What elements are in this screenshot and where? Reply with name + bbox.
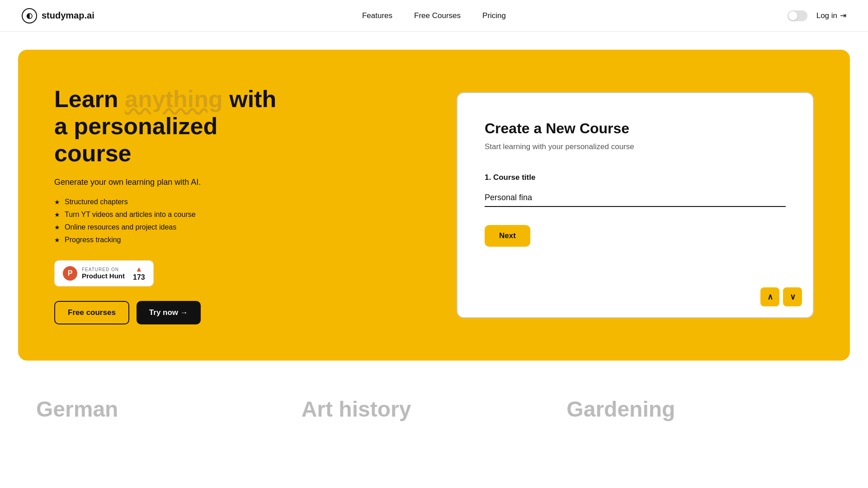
nav-pricing-link[interactable]: Pricing [482, 11, 506, 20]
bullet-4: ★Progress tracking [54, 236, 289, 244]
course-step-label: 1. Course title [485, 173, 786, 182]
bottom-item-german: German [36, 397, 302, 425]
try-now-button[interactable]: Try now → [137, 301, 201, 324]
star-icon-4: ★ [54, 236, 60, 244]
hero-subtitle: Generate your own learning plan with AI. [54, 178, 289, 187]
logo[interactable]: ◐ studymap.ai [22, 8, 94, 23]
star-icon-1: ★ [54, 198, 60, 206]
bullet-2: ★Turn YT videos and articles into a cour… [54, 211, 289, 219]
hero-section: Learn anything with a personalized cours… [18, 50, 850, 361]
hero-right: Create a New Course Start learning with … [289, 92, 814, 318]
hero-buttons: Free courses Try now → [54, 301, 289, 324]
product-hunt-text: FEATURED ON Product Hunt [82, 267, 125, 280]
course-card: Create a New Course Start learning with … [457, 92, 814, 318]
free-courses-button[interactable]: Free courses [54, 301, 129, 324]
card-subtitle: Start learning with your personalized co… [485, 142, 786, 151]
star-icon-3: ★ [54, 224, 60, 231]
navbar: ◐ studymap.ai Features Free Courses Pric… [0, 0, 868, 32]
nav-features-link[interactable]: Features [362, 11, 392, 20]
bottom-section: German Art history Gardening [0, 361, 868, 443]
product-hunt-logo: P [63, 266, 77, 281]
toggle-knob [788, 11, 797, 20]
nav-free-courses-link[interactable]: Free Courses [414, 11, 461, 20]
hero-title: Learn anything with a personalized cours… [54, 86, 289, 167]
product-hunt-badge[interactable]: P FEATURED ON Product Hunt ▲ 173 [54, 260, 154, 286]
card-nav-up-button[interactable]: ∧ [760, 287, 779, 306]
theme-toggle[interactable] [788, 10, 807, 21]
star-icon-2: ★ [54, 211, 60, 218]
card-nav-down-button[interactable]: ∨ [783, 287, 802, 306]
bottom-item-gardening: Gardening [566, 397, 832, 425]
hero-bullets: ★Structured chapters ★Turn YT videos and… [54, 198, 289, 244]
bottom-item-art-history: Art history [302, 397, 567, 425]
hero-left: Learn anything with a personalized cours… [54, 86, 289, 324]
bullet-3: ★Online resources and project ideas [54, 223, 289, 231]
login-button[interactable]: Log in ⇥ [816, 11, 846, 20]
nav-right: Log in ⇥ [788, 10, 846, 21]
card-navigation: ∧ ∨ [760, 287, 802, 306]
nav-links: Features Free Courses Pricing [362, 11, 506, 20]
course-title-input[interactable] [485, 189, 786, 207]
card-title: Create a New Course [485, 120, 786, 137]
product-hunt-count: ▲ 173 [133, 265, 145, 282]
logo-icon: ◐ [22, 8, 37, 23]
next-button[interactable]: Next [485, 225, 530, 247]
bullet-1: ★Structured chapters [54, 198, 289, 206]
